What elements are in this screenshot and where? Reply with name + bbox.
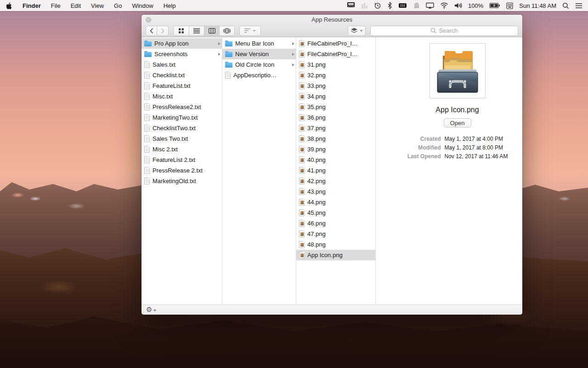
search-input[interactable]: Search — [370, 26, 518, 36]
file-row[interactable]: 44.png — [296, 197, 375, 207]
file-row[interactable]: FeatureList.txt — [141, 80, 222, 91]
file-row[interactable]: 43.png — [296, 186, 375, 197]
file-row[interactable]: 41.png — [296, 165, 375, 176]
input-source-icon[interactable] — [506, 2, 513, 9]
file-row[interactable]: Screenshots — [141, 49, 222, 59]
file-row[interactable]: 45.png — [296, 207, 375, 218]
notification-center-icon[interactable] — [575, 3, 582, 9]
file-row[interactable]: 47.png — [296, 229, 375, 239]
file-row[interactable]: 48.png — [296, 239, 375, 250]
list-view-button[interactable] — [189, 26, 204, 35]
file-row[interactable]: 40.png — [296, 155, 375, 165]
file-row[interactable]: PressRelease 2.txt — [141, 165, 222, 176]
text-file-icon — [225, 72, 231, 79]
file-row[interactable]: 34.png — [296, 91, 375, 102]
file-name: AppDescriptio… — [233, 72, 294, 79]
image-file-icon — [299, 156, 305, 163]
file-name: Pro App Icon — [154, 40, 215, 47]
file-row[interactable]: Menu Bar Icon — [222, 38, 296, 49]
file-row[interactable]: 46.png — [296, 218, 375, 229]
file-row[interactable]: New Version — [222, 49, 296, 59]
filecabinet-menubar-icon[interactable] — [347, 2, 355, 9]
menu-item-window[interactable]: Window — [132, 2, 153, 9]
file-row[interactable]: MarketingOld.txt — [141, 176, 222, 186]
forward-button[interactable] — [157, 26, 169, 36]
open-button[interactable]: Open — [444, 118, 471, 127]
volume-icon[interactable] — [454, 2, 462, 9]
menu-item-finder[interactable]: Finder — [23, 2, 41, 9]
arrange-button[interactable] — [239, 26, 261, 36]
file-row[interactable]: 38.png — [296, 133, 375, 144]
file-row[interactable]: App Icon.png — [296, 250, 375, 260]
file-row[interactable]: 42.png — [296, 176, 375, 186]
preview-image-frame[interactable] — [430, 43, 486, 98]
image-file-icon — [299, 82, 305, 89]
image-file-icon — [299, 178, 305, 184]
disclosure-arrow-icon — [292, 42, 294, 45]
icon-view-button[interactable] — [174, 26, 189, 35]
file-row[interactable]: FileCabinetPro_I… — [296, 49, 375, 59]
file-row[interactable]: FileCabinetPro_I… — [296, 38, 375, 49]
action-gear-icon[interactable]: ⚙︎ — [146, 306, 152, 313]
file-row[interactable]: MarketingTwo.txt — [141, 112, 222, 123]
menu-item-file[interactable]: File — [51, 2, 61, 9]
file-row[interactable]: AppDescriptio… — [222, 70, 296, 80]
file-name: 42.png — [307, 178, 374, 184]
image-file-icon — [299, 199, 305, 206]
spotlight-icon[interactable] — [562, 2, 569, 9]
file-row[interactable]: Pro App Icon — [141, 38, 222, 49]
clock-label[interactable]: Sun 11:48 AM — [519, 2, 556, 9]
file-name: 41.png — [307, 167, 374, 174]
file-name: 36.png — [307, 114, 374, 121]
file-row[interactable]: Misc 2.txt — [141, 144, 222, 155]
bluetooth-icon[interactable] — [387, 2, 392, 9]
image-file-icon — [299, 146, 305, 153]
title-bar[interactable]: App Resources — [141, 15, 522, 24]
file-name: 31.png — [307, 61, 374, 68]
menu-item-go[interactable]: Go — [114, 2, 122, 9]
file-row[interactable]: Sales.txt — [141, 59, 222, 70]
file-name: Misc 2.txt — [153, 146, 220, 153]
battery-icon[interactable] — [489, 3, 500, 8]
apple-menu-icon[interactable] — [6, 2, 12, 10]
layers-dropdown-button[interactable] — [348, 26, 366, 36]
file-row[interactable]: 36.png — [296, 112, 375, 123]
window-close-button[interactable] — [146, 17, 151, 23]
file-row[interactable]: 37.png — [296, 123, 375, 133]
file-row[interactable]: Checklist.txt — [141, 70, 222, 80]
file-row[interactable]: 39.png — [296, 144, 375, 155]
window-chrome: App Resources — [141, 15, 522, 37]
file-row[interactable]: Sales Two.txt — [141, 133, 222, 144]
file-row[interactable]: 33.png — [296, 80, 375, 91]
file-name: 40.png — [307, 156, 374, 163]
file-row[interactable]: FeatureList 2.txt — [141, 155, 222, 165]
file-row[interactable]: Old Circle Icon — [222, 59, 296, 70]
keyboard-battery-icon[interactable] — [398, 3, 407, 8]
column-2: Menu Bar Icon New Version Old Circle Ico… — [222, 37, 296, 305]
file-name: Sales.txt — [153, 61, 220, 68]
file-name: Old Circle Icon — [235, 61, 289, 68]
disclosure-arrow-icon — [292, 63, 294, 66]
window-title: App Resources — [141, 15, 522, 24]
file-name: 48.png — [307, 241, 374, 248]
stats-columns-icon[interactable] — [361, 2, 368, 9]
wifi-icon[interactable] — [440, 2, 448, 9]
file-row[interactable]: Misc.txt — [141, 91, 222, 102]
file-row[interactable]: PressRelease2.txt — [141, 102, 222, 112]
menu-item-edit[interactable]: Edit — [71, 2, 81, 9]
status-bar: ⚙︎ — [141, 305, 522, 315]
ghost-icon[interactable] — [413, 2, 420, 9]
file-row[interactable]: ChecklistTwo.txt — [141, 123, 222, 133]
file-row[interactable]: 32.png — [296, 70, 375, 80]
coverflow-view-button[interactable] — [219, 26, 234, 35]
file-row[interactable]: 35.png — [296, 102, 375, 112]
back-button[interactable] — [146, 26, 157, 36]
time-machine-icon[interactable] — [374, 2, 381, 9]
airplay-display-icon[interactable] — [426, 2, 434, 9]
file-row[interactable]: 31.png — [296, 59, 375, 70]
menu-item-help[interactable]: Help — [164, 2, 176, 9]
image-file-icon — [299, 252, 305, 259]
menu-item-view[interactable]: View — [91, 2, 104, 9]
column-view-button[interactable] — [204, 26, 219, 35]
folder-icon — [225, 63, 232, 68]
